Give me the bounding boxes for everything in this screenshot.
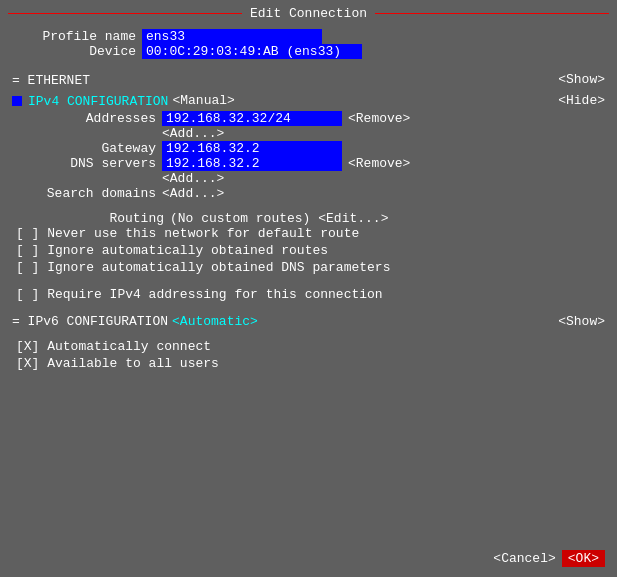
profile-name-row: Profile name ens33 <box>12 29 605 44</box>
cancel-button[interactable]: <Cancel> <box>493 551 555 566</box>
title-bar: Edit Connection <box>0 0 617 25</box>
check2-row[interactable]: [ ] Ignore automatically obtained routes <box>12 243 605 258</box>
main-content: Profile name ens33 Device 00:0C:29:03:49… <box>0 25 617 544</box>
ipv4-indicator <box>12 96 22 106</box>
ipv4-mode[interactable]: <Manual> <box>172 93 234 108</box>
ipv4-header-row: IPv4 CONFIGURATION <Manual> <Hide> <box>12 90 605 111</box>
search-domains-row: Search domains <Add...> <box>12 186 605 201</box>
gateway-label: Gateway <box>12 141 162 156</box>
ipv6-show[interactable]: <Show> <box>558 314 605 329</box>
add-dns-row: <Add...> <box>12 171 605 186</box>
search-domains-label: Search domains <box>12 186 162 201</box>
gateway-value[interactable]: 192.168.32.2 <box>162 141 342 156</box>
routing-label: Routing <box>20 211 170 226</box>
addresses-row: Addresses 192.168.32.32/24 <Remove> <box>12 111 605 126</box>
dns-label: DNS servers <box>12 156 162 171</box>
ethernet-label: = ETHERNET <box>12 73 90 88</box>
routing-row: Routing (No custom routes) <Edit...> <box>12 211 605 226</box>
dns-value[interactable]: 192.168.32.2 <box>162 156 342 171</box>
ipv6-header-row: = IPv6 CONFIGURATION <Automatic> <Show> <box>12 314 605 329</box>
check3-row[interactable]: [ ] Ignore automatically obtained DNS pa… <box>12 260 605 275</box>
device-row: Device 00:0C:29:03:49:AB (ens33) <box>12 44 605 59</box>
address-value[interactable]: 192.168.32.32/24 <box>162 111 342 126</box>
ipv6-label: = IPv6 CONFIGURATION <box>12 314 168 329</box>
ok-button[interactable]: <OK> <box>562 550 605 567</box>
ethernet-row: = ETHERNET <Show> <box>12 69 605 90</box>
add-address-link[interactable]: <Add...> <box>162 126 224 141</box>
check1-row[interactable]: [ ] Never use this network for default r… <box>12 226 605 241</box>
check4-row[interactable]: [ ] Require IPv4 addressing for this con… <box>12 287 605 302</box>
add-dns-link[interactable]: <Add...> <box>162 171 224 186</box>
ipv4-label: IPv4 CONFIGURATION <box>28 94 168 109</box>
routing-value[interactable]: (No custom routes) <Edit...> <box>170 211 388 226</box>
device-value[interactable]: 00:0C:29:03:49:AB (ens33) <box>142 44 362 59</box>
profile-name-value[interactable]: ens33 <box>142 29 322 44</box>
edit-connection-dialog: Edit Connection Profile name ens33 Devic… <box>0 0 617 577</box>
address-remove[interactable]: <Remove> <box>348 111 410 126</box>
auto-connect-row[interactable]: [X] Automatically connect <box>12 339 605 354</box>
profile-name-label: Profile name <box>12 29 142 44</box>
dns-remove[interactable]: <Remove> <box>348 156 410 171</box>
all-users-row[interactable]: [X] Available to all users <box>12 356 605 371</box>
bottom-buttons: <Cancel> <OK> <box>0 544 617 577</box>
device-label: Device <box>12 44 142 59</box>
ipv6-mode[interactable]: <Automatic> <box>172 314 258 329</box>
ipv4-hide[interactable]: <Hide> <box>558 93 605 108</box>
ethernet-show[interactable]: <Show> <box>558 72 605 87</box>
search-add-link[interactable]: <Add...> <box>162 186 224 201</box>
dialog-title: Edit Connection <box>250 6 367 21</box>
gateway-row: Gateway 192.168.32.2 <box>12 141 605 156</box>
dns-row: DNS servers 192.168.32.2 <Remove> <box>12 156 605 171</box>
add-address-row: <Add...> <box>12 126 605 141</box>
addresses-label: Addresses <box>12 111 162 126</box>
